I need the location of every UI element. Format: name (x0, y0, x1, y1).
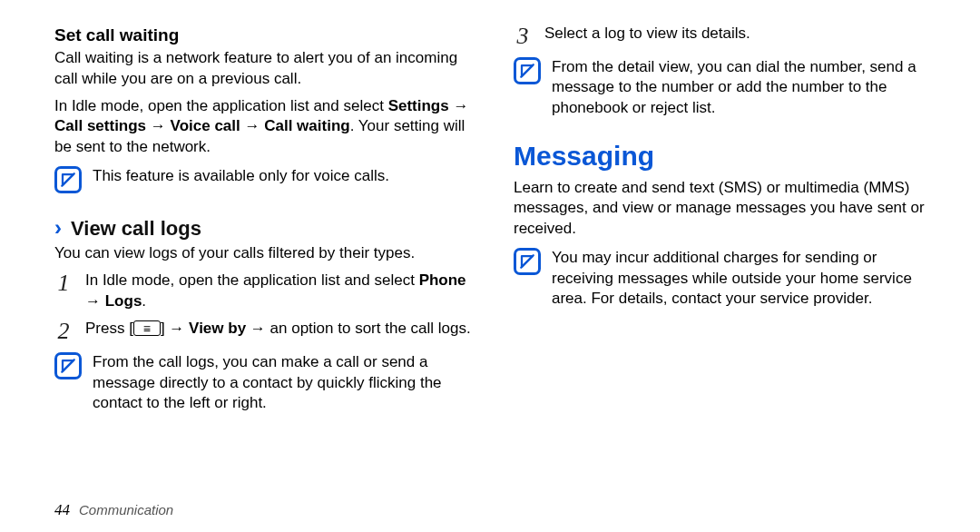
heading-set-call-waiting: Set call waiting (54, 24, 481, 46)
text-fragment: an option to sort the call logs. (270, 320, 471, 337)
arrow-separator: → (169, 320, 184, 337)
step-body: Select a log to view its details. (544, 24, 940, 44)
path-phone: Phone (419, 271, 466, 289)
arrow-separator: → (85, 292, 101, 310)
note-icon (514, 248, 541, 275)
step-2: 2 Press [] → View by → an option to sort… (54, 319, 481, 343)
text-fragment: ] (161, 320, 169, 337)
two-column-layout: Set call waiting Call waiting is a netwo… (54, 24, 940, 496)
arrow-separator: → (151, 117, 166, 134)
path-settings: Settings (388, 97, 449, 114)
step-1: 1 In Idle mode, open the application lis… (54, 271, 481, 311)
menu-key-icon (133, 320, 161, 336)
note-additional-charges: You may incur additional charges for sen… (514, 248, 940, 309)
footer-section-name: Communication (79, 502, 173, 517)
paragraph-call-waiting-desc: Call waiting is a network feature to ale… (54, 48, 481, 89)
path-voice-call: Voice call (171, 117, 240, 134)
note-text: From the detail view, you can dial the n… (552, 57, 940, 118)
note-text: From the call logs, you can make a call … (93, 352, 481, 413)
step-body: Press [] → View by → an option to sort t… (85, 319, 481, 339)
text-fragment: In Idle mode, open the application list … (54, 97, 388, 114)
note-icon (54, 166, 82, 193)
path-logs: Logs (105, 292, 142, 310)
arrow-separator: → (244, 117, 260, 134)
chevron-right-icon: › (54, 213, 62, 242)
subheading-text: View call logs (71, 215, 201, 241)
paragraph-messaging-desc: Learn to create and send text (SMS) or m… (514, 178, 940, 239)
step-number: 2 (54, 319, 73, 343)
note-flick-contact: From the call logs, you can make a call … (54, 352, 481, 413)
note-text: You may incur additional charges for sen… (552, 248, 940, 309)
step-number: 1 (54, 271, 73, 295)
arrow-separator: → (453, 97, 468, 114)
path-call-waiting: Call waiting (264, 117, 349, 134)
text-fragment: Press [ (85, 320, 133, 337)
page-footer: 44 Communication (54, 501, 173, 519)
step-number: 3 (514, 24, 532, 48)
step-3: 3 Select a log to view its details. (514, 24, 940, 48)
text-fragment: . (142, 292, 146, 310)
note-detail-view: From the detail view, you can dial the n… (514, 57, 940, 118)
subheading-view-call-logs: › View call logs (54, 213, 481, 242)
arrow-separator: → (250, 320, 266, 337)
note-text: This feature is available only for voice… (93, 166, 481, 186)
note-icon (54, 352, 82, 379)
step-body: In Idle mode, open the application list … (85, 271, 481, 311)
paragraph-idle-mode-settings-path: In Idle mode, open the application list … (54, 96, 481, 157)
note-icon (514, 57, 541, 84)
text-fragment: In Idle mode, open the application list … (85, 271, 419, 289)
note-voice-only: This feature is available only for voice… (54, 166, 481, 193)
path-view-by: View by (189, 320, 246, 337)
manual-page: Set call waiting Call waiting is a netwo… (0, 0, 980, 532)
path-call-settings: Call settings (54, 117, 146, 134)
right-column: 3 Select a log to view its details. From… (514, 24, 940, 496)
section-heading-messaging: Messaging (514, 138, 940, 174)
left-column: Set call waiting Call waiting is a netwo… (54, 24, 481, 496)
paragraph-view-logs-desc: You can view logs of your calls filtered… (54, 243, 481, 263)
page-number: 44 (54, 501, 70, 519)
